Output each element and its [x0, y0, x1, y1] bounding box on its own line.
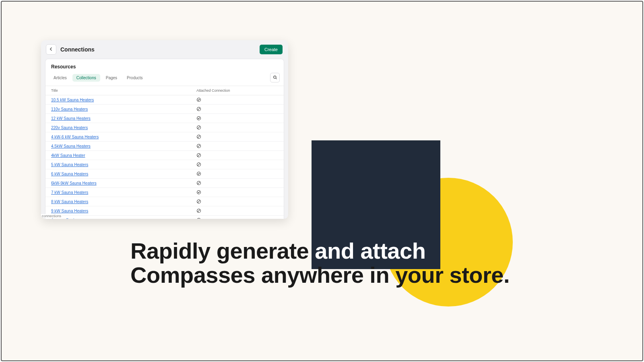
not-attached-icon [196, 199, 278, 204]
svg-line-14 [198, 163, 200, 166]
svg-line-3 [198, 108, 200, 110]
svg-line-6 [198, 126, 200, 129]
col-attached: Attached Connection [196, 88, 278, 93]
not-attached-icon [196, 125, 278, 130]
table-row: 6kW-9kW Sauna Heaters [45, 179, 284, 188]
create-button[interactable]: Create [260, 45, 283, 54]
tab-products[interactable]: Products [123, 74, 147, 82]
app-window: Connections Create Resources ArticlesCol… [41, 40, 288, 219]
row-title-link[interactable]: 9 kW Sauna Heaters [51, 209, 196, 213]
col-title: Title [51, 88, 196, 93]
table-row: Amerec Designer [45, 216, 284, 219]
svg-line-8 [198, 136, 200, 138]
attached-icon [196, 218, 278, 219]
table-row: 9 kW Sauna Heaters [45, 206, 284, 216]
not-attached-icon [196, 144, 278, 148]
tabs-row: ArticlesCollectionsPagesProducts [45, 73, 284, 86]
search-icon [273, 74, 277, 81]
row-title-link[interactable]: 6 kW Sauna Heaters [51, 172, 196, 176]
table-row: 7 kW Sauna Heaters [45, 188, 284, 197]
attached-icon [196, 116, 278, 121]
not-attached-icon [196, 208, 278, 213]
bottom-tag: connections [41, 214, 62, 218]
table-row: 4.5kW Sauna Heaters [45, 142, 284, 151]
not-attached-icon [196, 162, 278, 167]
not-attached-icon [196, 153, 278, 158]
row-title-link[interactable]: 4kW Sauna Heater [51, 153, 196, 158]
marketing-headline: Rapidly generate and attach Compasses an… [130, 239, 510, 288]
attached-icon [196, 97, 278, 102]
not-attached-icon [196, 181, 278, 185]
table-row: 5 kW Sauna Heaters [45, 160, 284, 169]
resources-card: Resources ArticlesCollectionsPagesProduc… [45, 59, 284, 219]
table-row: 110v Sauna Heaters [45, 105, 284, 114]
table-row: 12 kW Sauna Heaters [45, 114, 284, 123]
table-row: 6 kW Sauna Heaters [45, 169, 284, 179]
tab-articles[interactable]: Articles [50, 74, 71, 82]
row-title-link[interactable]: 12 kW Sauna Heaters [51, 116, 196, 121]
tab-pages[interactable]: Pages [102, 74, 121, 82]
svg-line-22 [198, 210, 200, 212]
row-title-link[interactable]: 8 kW Sauna Heaters [51, 200, 196, 204]
table-row: 220v Sauna Heaters [45, 123, 284, 132]
row-title-link[interactable]: 220v Sauna Heaters [51, 125, 196, 130]
svg-line-10 [198, 145, 200, 147]
search-button[interactable] [270, 73, 280, 82]
svg-line-12 [198, 154, 200, 156]
row-title-link[interactable]: 110v Sauna Heaters [51, 107, 196, 111]
row-title-link[interactable]: 5 kW Sauna Heaters [51, 162, 196, 167]
attached-icon [196, 190, 278, 195]
row-title-link[interactable]: 4 kW-6 kW Sauna Heaters [51, 135, 196, 139]
table-row: 10.5 kW Sauna Heaters [45, 95, 284, 105]
row-title-link[interactable]: 6kW-9kW Sauna Heaters [51, 181, 196, 185]
headline-part-1: Rapidly generate [130, 238, 315, 263]
arrow-left-icon [49, 46, 54, 53]
rows-container: 10.5 kW Sauna Heaters110v Sauna Heaters1… [45, 95, 284, 219]
svg-line-17 [198, 182, 200, 184]
headline-line-2: Compasses anywhere in your store. [130, 263, 510, 287]
svg-line-20 [198, 200, 200, 203]
table-row: 4 kW-6 kW Sauna Heaters [45, 132, 284, 142]
row-title-link[interactable]: 4.5kW Sauna Heaters [51, 144, 196, 148]
page-title: Connections [60, 46, 256, 53]
tab-collections[interactable]: Collections [72, 74, 100, 82]
app-header: Connections Create [41, 40, 288, 59]
headline-part-2: and attach [315, 238, 425, 263]
not-attached-icon [196, 107, 278, 111]
card-title: Resources [45, 59, 284, 73]
table-row: 8 kW Sauna Heaters [45, 197, 284, 206]
svg-point-23 [197, 218, 200, 219]
attached-icon [196, 171, 278, 176]
row-title-link[interactable]: Amerec Designer [51, 218, 196, 219]
svg-point-0 [273, 76, 276, 78]
back-button[interactable] [46, 44, 56, 55]
row-title-link[interactable]: 10.5 kW Sauna Heaters [51, 98, 196, 102]
table-row: 4kW Sauna Heater [45, 151, 284, 160]
column-headers: Title Attached Connection [45, 86, 284, 95]
not-attached-icon [196, 134, 278, 139]
row-title-link[interactable]: 7 kW Sauna Heaters [51, 190, 196, 195]
